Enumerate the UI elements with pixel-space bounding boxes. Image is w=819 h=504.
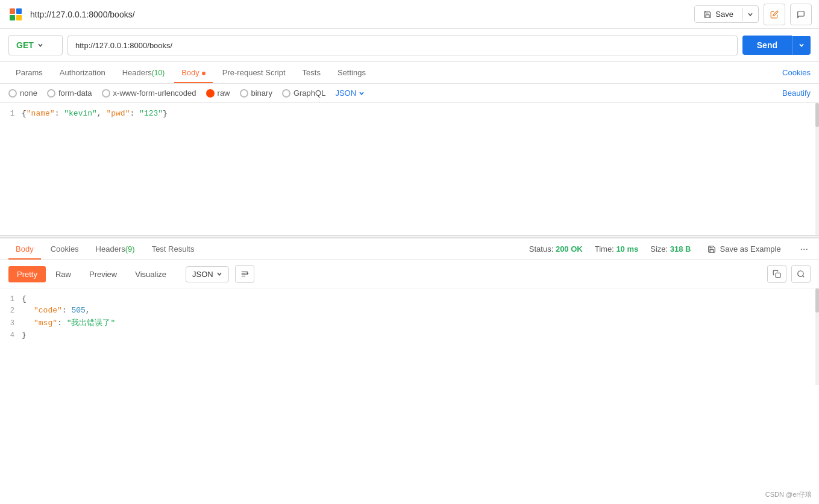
response-tabs-bar: Body Cookies Headers(9) Test Results Sta… [0,238,819,260]
save-button[interactable]: Save [695,6,742,22]
url-bar: GET Send [0,29,819,62]
radio-binary-circle [240,89,248,98]
radio-raw[interactable]: raw [206,89,230,98]
resp-tab-body[interactable]: Body [8,238,41,260]
save-icon [708,245,716,254]
tab-tests[interactable]: Tests [295,62,328,83]
request-tabs: Params Authorization Headers(10) Body Pr… [0,62,819,84]
fmt-tab-visualize[interactable]: Visualize [127,266,175,282]
resp-line-3: 3 "msg": "我出错误了" [0,316,819,329]
svg-rect-0 [10,8,15,14]
more-options-button[interactable]: ··· [798,241,811,257]
tab-authorization[interactable]: Authorization [52,62,113,83]
send-btn-group: Send [742,36,811,55]
svg-point-5 [798,271,803,276]
beautify-button[interactable]: Beautify [782,89,811,98]
fmt-tab-preview[interactable]: Preview [81,266,125,282]
tab-headers[interactable]: Headers(10) [115,62,172,83]
save-example-button[interactable]: Save as Example [703,242,785,256]
resp-format-chevron-icon [216,271,222,277]
fmt-tab-raw[interactable]: Raw [47,266,80,282]
copy-response-button[interactable] [767,265,786,283]
resp-tab-test-results[interactable]: Test Results [145,238,202,260]
resp-format-select[interactable]: JSON [186,266,229,282]
resp-right-actions [767,265,811,283]
resp-line-2: 2 "code": 505, [0,305,819,316]
radio-form-data[interactable]: form-data [47,89,92,98]
radio-none-circle [8,89,17,98]
tab-body[interactable]: Body [174,62,213,83]
format-chevron-icon [359,90,365,96]
send-dropdown-button[interactable] [792,36,811,55]
method-select[interactable]: GET [8,35,63,55]
svg-line-6 [803,276,805,278]
radio-none[interactable]: none [8,89,37,98]
wrap-button[interactable] [235,265,254,283]
resp-editor-scrollbar[interactable] [815,288,819,385]
app-icon [7,6,24,23]
svg-rect-4 [776,273,780,278]
size-label: Size: 318 B [650,244,691,254]
radio-graphql-circle [282,89,290,98]
svg-rect-3 [16,15,22,20]
top-bar: http://127.0.0.1:8000/books/ Save [0,0,819,29]
url-title: http://127.0.0.1:8000/books/ [30,10,694,19]
response-code-editor: 1 { 2 "code": 505, 3 "msg": "我出错误了" 4 } [0,288,819,385]
resp-line-4: 4 } [0,329,819,341]
tab-settings[interactable]: Settings [330,62,373,83]
body-type-bar: none form-data x-www-form-urlencoded raw… [0,84,819,103]
method-dropdown-icon [37,42,43,48]
search-response-button[interactable] [791,265,811,283]
resp-status-area: Status: 200 OK Time: 10 ms Size: 318 B S… [529,241,811,257]
copy-icon [773,270,781,278]
radio-urlencoded-circle [102,89,110,98]
format-tabs: Pretty Raw Preview Visualize JSON [0,260,819,288]
req-editor-scrollbar[interactable] [815,103,819,235]
tab-pre-request[interactable]: Pre-request Script [215,62,293,83]
send-button[interactable]: Send [742,36,792,55]
save-dropdown-button[interactable] [742,8,758,21]
svg-rect-1 [16,8,22,14]
time-label: Time: 10 ms [595,244,639,254]
edit-button[interactable] [764,4,785,25]
radio-urlencoded[interactable]: x-www-form-urlencoded [102,89,196,98]
comment-button[interactable] [790,4,812,25]
body-format-select[interactable]: JSON [335,89,365,98]
req-code-line-1: 1 {"name": "kevin", "pwd": "123"} [0,108,819,119]
resp-tab-headers[interactable]: Headers(9) [89,238,142,260]
cookies-link[interactable]: Cookies [782,68,811,77]
resp-line-1: 1 { [0,293,819,305]
save-btn-group: Save [694,5,759,23]
body-dot [202,72,206,75]
radio-binary[interactable]: binary [240,89,272,98]
request-body-editor[interactable]: 1 {"name": "kevin", "pwd": "123"} [0,103,819,235]
top-actions: Save [694,4,812,25]
radio-form-data-circle [47,89,55,98]
radio-raw-circle [206,89,215,98]
fmt-tab-pretty[interactable]: Pretty [8,266,46,282]
wrap-icon [240,270,249,278]
radio-graphql[interactable]: GraphQL [282,89,325,98]
resp-tab-cookies[interactable]: Cookies [43,238,86,260]
response-section: Body Cookies Headers(9) Test Results Sta… [0,238,819,385]
status-label: Status: 200 OK [529,244,583,254]
url-input[interactable] [67,36,738,55]
svg-rect-2 [10,15,15,20]
search-icon [797,270,805,278]
tab-params[interactable]: Params [8,62,50,83]
